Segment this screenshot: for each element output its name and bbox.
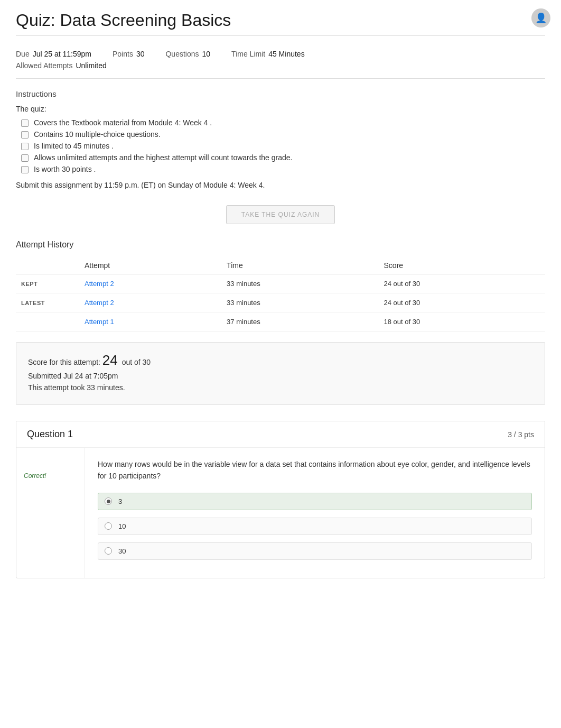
- radio-icon: [105, 547, 112, 555]
- question-content: How many rows would be in the variable v…: [85, 448, 545, 578]
- answer-option[interactable]: 3: [98, 493, 532, 510]
- take-quiz-btn-wrap: TAKE THE QUIZ AGAIN: [16, 205, 545, 224]
- bullet-item: Is worth 30 points .: [21, 165, 545, 173]
- questions-meta: Questions 10: [165, 50, 210, 58]
- bullet-text: Is worth 30 points .: [34, 165, 96, 173]
- score-summary: Score for this attempt: 24 out of 30 Sub…: [16, 342, 545, 405]
- table-row: LATESTAttempt 233 minutes24 out of 30: [16, 293, 545, 312]
- question-card: Question 13 / 3 ptsCorrect!How many rows…: [16, 421, 545, 578]
- time-limit-value: 45 Minutes: [268, 50, 304, 58]
- attempt-history-title: Attempt History: [16, 240, 545, 250]
- attempt-cell: Attempt 1: [79, 312, 221, 331]
- time-taken-line: This attempt took 33 minutes.: [28, 383, 533, 392]
- allowed-attempts-value: Unlimited: [76, 61, 106, 70]
- bullet-list: Covers the Textbook material from Module…: [21, 118, 545, 173]
- col-header-status: [16, 257, 79, 274]
- attempt-score: 18 out of 30: [379, 312, 545, 331]
- score-number: 24: [102, 352, 118, 368]
- score-suffix: out of 30: [122, 358, 151, 366]
- question-header: Question 13 / 3 pts: [16, 421, 545, 448]
- attempt-status: LATEST: [16, 293, 79, 312]
- question-sidebar: Correct!: [16, 448, 85, 578]
- bullet-item: Is limited to 45 minutes .: [21, 142, 545, 150]
- attempt-cell: Attempt 2: [79, 293, 221, 312]
- answer-option[interactable]: 30: [98, 542, 532, 560]
- questions-container: Question 13 / 3 ptsCorrect!How many rows…: [16, 421, 545, 578]
- col-header-attempt: Attempt: [79, 257, 221, 274]
- attempt-status: [16, 312, 79, 331]
- attempt-link[interactable]: Attempt 2: [85, 280, 114, 288]
- submitted-line: Submitted Jul 24 at 7:05pm: [28, 372, 533, 380]
- score-line: Score for this attempt: 24 out of 30: [28, 352, 533, 368]
- attempt-time: 33 minutes: [221, 274, 378, 293]
- due-value: Jul 25 at 11:59pm: [33, 50, 91, 58]
- bullet-dot-icon: [21, 119, 29, 127]
- questions-value: 10: [202, 50, 211, 58]
- col-header-score: Score: [379, 257, 545, 274]
- table-row: Attempt 137 minutes18 out of 30: [16, 312, 545, 331]
- points-label: Points: [113, 50, 133, 58]
- radio-icon: [105, 522, 112, 530]
- take-quiz-button[interactable]: TAKE THE QUIZ AGAIN: [226, 205, 335, 224]
- page-title: Quiz: Data Screening Basics: [16, 11, 545, 36]
- instructions-section-label: Instructions: [16, 89, 545, 98]
- bullet-dot-icon: [21, 166, 29, 173]
- score-prefix: Score for this attempt:: [28, 358, 100, 366]
- bullet-text: Contains 10 multiple-choice questions.: [34, 130, 161, 139]
- answer-option[interactable]: 10: [98, 518, 532, 535]
- bullet-text: Allows unlimited attempts and the highes…: [34, 153, 292, 162]
- user-avatar: 👤: [531, 8, 550, 27]
- attempt-history-section: Attempt History Attempt Time Score KEPTA…: [16, 240, 545, 331]
- bullet-text: Covers the Textbook material from Module…: [34, 118, 212, 127]
- bullet-text: Is limited to 45 minutes .: [34, 142, 114, 150]
- question-text: How many rows would be in the variable v…: [98, 458, 532, 482]
- col-header-time: Time: [221, 257, 378, 274]
- bullet-item: Allows unlimited attempts and the highes…: [21, 153, 545, 162]
- bullet-dot-icon: [21, 131, 29, 139]
- allowed-attempts-meta: Allowed Attempts Unlimited: [16, 61, 107, 70]
- points-meta: Points 30: [113, 50, 145, 58]
- due-label: Due: [16, 50, 30, 58]
- bullet-dot-icon: [21, 154, 29, 162]
- attempt-status: KEPT: [16, 274, 79, 293]
- question-number: Question 1: [27, 429, 73, 440]
- bullet-dot-icon: [21, 143, 29, 150]
- time-limit-meta: Time Limit 45 Minutes: [231, 50, 305, 58]
- points-value: 30: [136, 50, 145, 58]
- attempt-time: 33 minutes: [221, 293, 378, 312]
- attempt-link[interactable]: Attempt 1: [85, 318, 114, 326]
- question-body: Correct!How many rows would be in the va…: [16, 448, 545, 578]
- table-row: KEPTAttempt 233 minutes24 out of 30: [16, 274, 545, 293]
- correct-label: Correct!: [24, 472, 46, 480]
- radio-icon: [105, 497, 112, 505]
- answer-text: 10: [118, 522, 126, 530]
- attempt-link[interactable]: Attempt 2: [85, 299, 114, 307]
- bullet-item: Covers the Textbook material from Module…: [21, 118, 545, 127]
- attempt-score: 24 out of 30: [379, 293, 545, 312]
- answer-options: 31030: [98, 493, 532, 560]
- due-meta: Due Jul 25 at 11:59pm: [16, 50, 91, 58]
- meta-row: Due Jul 25 at 11:59pm Points 30 Question…: [16, 44, 545, 79]
- answer-text: 30: [118, 547, 126, 555]
- submit-note: Submit this assignment by 11:59 p.m. (ET…: [16, 181, 545, 189]
- attempt-score: 24 out of 30: [379, 274, 545, 293]
- attempt-cell: Attempt 2: [79, 274, 221, 293]
- attempt-time: 37 minutes: [221, 312, 378, 331]
- question-points: 3 / 3 pts: [508, 430, 534, 439]
- answer-text: 3: [118, 497, 122, 505]
- bullet-item: Contains 10 multiple-choice questions.: [21, 130, 545, 139]
- time-limit-label: Time Limit: [231, 50, 265, 58]
- instructions-block: Instructions The quiz: Covers the Textbo…: [16, 89, 545, 189]
- allowed-attempts-label: Allowed Attempts: [16, 61, 72, 70]
- questions-label: Questions: [165, 50, 199, 58]
- attempt-history-table: Attempt Time Score KEPTAttempt 233 minut…: [16, 257, 545, 331]
- the-quiz-label: The quiz:: [16, 105, 545, 113]
